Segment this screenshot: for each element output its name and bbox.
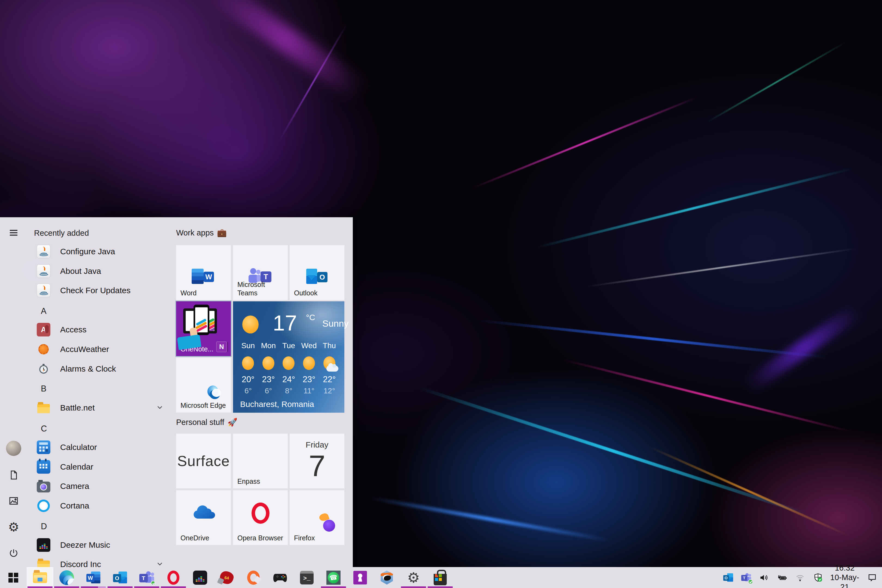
taskbar-enpass[interactable]: [347, 567, 374, 588]
calculator-icon: [37, 441, 50, 454]
documents-button[interactable]: [6, 467, 21, 483]
taskbar-microsoft-store[interactable]: [427, 567, 453, 588]
action-center-button[interactable]: [862, 567, 882, 588]
tray-wifi[interactable]: [791, 567, 809, 588]
tile-onenote[interactable]: N OneNote...: [176, 302, 231, 356]
taskbar-word[interactable]: W: [80, 567, 107, 588]
taskbar-outlook[interactable]: O: [107, 567, 134, 588]
user-avatar[interactable]: [6, 441, 21, 456]
power-icon: [8, 548, 20, 559]
app-list-item-camera[interactable]: Camera: [31, 476, 171, 496]
tray-outlook[interactable]: O: [719, 567, 737, 588]
taskbar-settings[interactable]: ⚙: [400, 567, 427, 588]
tile-group-header-work-apps[interactable]: Work apps 💼: [176, 228, 227, 237]
tile-outlook[interactable]: O Outlook: [290, 245, 344, 300]
eye-icon: [380, 571, 394, 585]
app-list-item-access[interactable]: A Access: [31, 320, 171, 339]
taskbar-edge[interactable]: [53, 567, 80, 588]
sun-icon: [283, 356, 294, 370]
taskbar: W O T 64: [0, 567, 882, 588]
chevron-down-icon[interactable]: [156, 403, 164, 412]
running-indicator: [134, 586, 159, 588]
tile-opera-browser[interactable]: Opera Browser: [233, 490, 288, 545]
battery-charging-icon: [777, 573, 787, 583]
taskbar-file-explorer[interactable]: [27, 567, 53, 588]
app-list-header-d[interactable]: D: [41, 517, 47, 536]
app-list-item-calendar[interactable]: Calendar: [31, 457, 171, 477]
tile-calendar-live[interactable]: Friday 7: [290, 434, 344, 488]
wallpaper-streak: [471, 96, 699, 189]
app-list-item-alarms-clock[interactable]: Alarms & Clock: [31, 359, 171, 379]
app-list-item-check-for-updates[interactable]: Check For Updates: [31, 280, 171, 300]
taskbar-cheat-engine[interactable]: 64: [213, 567, 240, 588]
app-list-item-deezer-music[interactable]: Deezer Music: [31, 535, 171, 555]
gear-icon: ⚙: [407, 571, 420, 585]
tray-teams[interactable]: T: [737, 567, 755, 588]
tray-battery[interactable]: [773, 567, 791, 588]
outlook-icon: O: [113, 571, 127, 584]
taskbar-eye-app[interactable]: [374, 567, 400, 588]
alarm-clock-icon: [37, 362, 50, 376]
rocket-emoji: 🚀: [228, 418, 237, 427]
power-button[interactable]: [6, 546, 21, 561]
taskbar-terminal[interactable]: >_: [294, 567, 320, 588]
origin-icon: [247, 571, 260, 585]
start-button[interactable]: [0, 567, 27, 588]
taskbar-clock[interactable]: 16:32 10-May-21: [827, 563, 862, 588]
wallpaper-streak: [742, 303, 864, 394]
taskbar-gamepad-app[interactable]: [267, 567, 294, 588]
action-center-icon: [867, 573, 878, 583]
calendar-icon: [37, 460, 50, 474]
tile-surface[interactable]: Surface: [176, 434, 231, 488]
app-list-item-battlenet[interactable]: Battle.net: [31, 398, 171, 418]
tile-microsoft-edge[interactable]: Microsoft Edge: [176, 358, 231, 412]
forecast-day: Thu 22° 12°: [319, 338, 339, 396]
pictures-button[interactable]: [6, 493, 21, 508]
settings-button[interactable]: ⚙: [6, 519, 21, 535]
taskbar-deezer[interactable]: [187, 567, 213, 588]
taskbar-opera[interactable]: [160, 567, 187, 588]
app-list-item-calculator[interactable]: Calculator: [31, 438, 171, 457]
java-icon: [37, 284, 50, 297]
tray-volume[interactable]: [755, 567, 773, 588]
tile-firefox[interactable]: Firefox: [290, 490, 344, 545]
app-list-item-cortana[interactable]: Cortana: [31, 496, 171, 516]
tile-enpass[interactable]: Enpass: [233, 434, 288, 488]
camera-icon: [37, 482, 50, 492]
java-icon: [37, 264, 50, 278]
online-status-badge: [748, 579, 753, 584]
app-list-item-discord-inc[interactable]: Discord Inc: [31, 555, 171, 567]
sun-icon: [242, 315, 259, 333]
tile-onedrive[interactable]: OneDrive: [176, 490, 231, 545]
clock-time: 16:32: [827, 563, 862, 573]
running-indicator: [428, 586, 453, 588]
app-list-item-configure-java[interactable]: Configure Java: [31, 242, 171, 261]
taskbar-teams[interactable]: T: [134, 567, 160, 588]
wallpaper-streak: [536, 167, 853, 249]
chevron-down-icon[interactable]: [156, 560, 164, 567]
word-icon: W: [86, 571, 100, 584]
tile-microsoft-teams[interactable]: T Microsoft Teams: [233, 245, 288, 300]
app-list-item-about-java[interactable]: About Java: [31, 261, 171, 281]
weather-location: Bucharest, Romania: [240, 400, 314, 409]
app-list-header-a[interactable]: A: [41, 302, 46, 321]
tile-word[interactable]: W Word: [176, 245, 231, 300]
tray-security-shield[interactable]: [809, 567, 827, 588]
sun-icon: [242, 356, 254, 370]
cheat-engine-icon: 64: [219, 571, 234, 585]
terminal-icon: >_: [300, 571, 314, 585]
enpass-keyhole-icon: [353, 571, 367, 585]
wallpaper-streak: [201, 0, 371, 104]
tile-weather[interactable]: 17 °C Sunny Sun 20° 6° Mon 23° 6° Tue 24…: [233, 302, 344, 413]
edge-icon: [59, 570, 74, 585]
app-list-header-recently-added[interactable]: Recently added: [34, 223, 89, 243]
expand-menu-button[interactable]: [6, 225, 21, 240]
app-list-item-accuweather[interactable]: AccuWeather: [31, 339, 171, 359]
app-list-header-c[interactable]: C: [41, 419, 47, 438]
taskbar-whatsapp[interactable]: ☎: [320, 567, 347, 588]
taskbar-origin[interactable]: [240, 567, 267, 588]
hamburger-icon: [8, 227, 20, 238]
app-list-header-b[interactable]: B: [41, 379, 46, 399]
opera-icon: [167, 571, 179, 585]
tile-group-header-personal-stuff[interactable]: Personal stuff 🚀: [176, 418, 237, 427]
